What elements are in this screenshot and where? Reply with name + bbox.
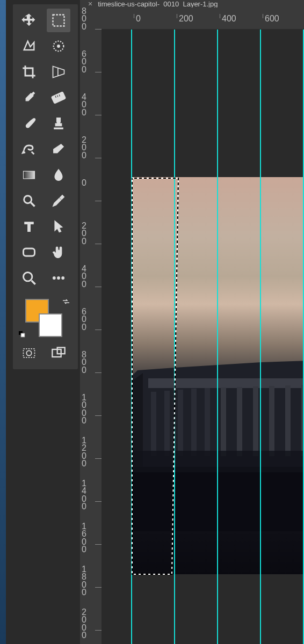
perspective-crop-tool[interactable] bbox=[47, 60, 70, 84]
ruler-icon bbox=[51, 90, 66, 105]
move-tool[interactable] bbox=[17, 9, 41, 32]
shape-tool[interactable] bbox=[17, 240, 41, 264]
svg-point-15 bbox=[61, 277, 64, 280]
heal-tool[interactable] bbox=[17, 137, 41, 161]
zoom-icon bbox=[21, 270, 37, 286]
svg-point-8 bbox=[24, 196, 32, 203]
ruler-tick: 1800 bbox=[82, 566, 98, 597]
more-tool[interactable] bbox=[47, 266, 70, 290]
guide-line[interactable] bbox=[131, 30, 132, 644]
guide-line[interactable] bbox=[174, 30, 175, 644]
text-tool[interactable] bbox=[17, 215, 41, 238]
svg-rect-36 bbox=[132, 467, 304, 531]
ruler-tick: 600 bbox=[82, 50, 98, 74]
quickmask-tool[interactable] bbox=[17, 341, 41, 365]
canvas-area: × timeslice-us-capitol-_0010_Layer-1.jpg… bbox=[80, 0, 304, 644]
brush-tool[interactable] bbox=[17, 112, 41, 135]
tab-bar: × timeslice-us-capitol-_0010_Layer-1.jpg bbox=[80, 0, 304, 8]
magic-select-tool[interactable] bbox=[47, 34, 70, 58]
magnify-tool[interactable] bbox=[17, 189, 41, 213]
ruler-tick: 800 bbox=[82, 8, 98, 31]
swap-colors-icon[interactable] bbox=[62, 297, 70, 306]
vertical-ruler[interactable]: 8006004002000200400600800100012001400160… bbox=[80, 8, 102, 644]
svg-point-11 bbox=[24, 273, 32, 281]
ruler-tool[interactable] bbox=[47, 86, 70, 109]
rect-select-tool[interactable] bbox=[47, 9, 70, 32]
eyedropper-icon bbox=[21, 90, 37, 105]
gradient-tool[interactable] bbox=[17, 163, 41, 187]
pen-icon bbox=[51, 193, 66, 208]
heal-icon bbox=[21, 142, 37, 157]
more-icon bbox=[51, 270, 66, 286]
svg-point-2 bbox=[57, 45, 60, 48]
tab-close-icon[interactable]: × bbox=[88, 0, 92, 8]
eyedropper-tool[interactable] bbox=[17, 86, 41, 109]
svg-rect-33 bbox=[269, 386, 274, 456]
lasso-icon bbox=[21, 39, 37, 54]
svg-line-12 bbox=[32, 281, 35, 284]
svg-rect-0 bbox=[53, 15, 64, 26]
lasso-tool[interactable] bbox=[17, 34, 41, 58]
svg-rect-10 bbox=[24, 248, 35, 256]
rect-select-icon bbox=[51, 13, 66, 28]
building-illustration bbox=[132, 317, 304, 531]
perspective-icon bbox=[51, 64, 66, 79]
screen-mode-tool[interactable] bbox=[47, 341, 70, 365]
color-swatches bbox=[17, 296, 74, 339]
desktop-background bbox=[0, 0, 6, 644]
horizontal-ruler[interactable]: 0 200 400 600 800 bbox=[102, 8, 304, 29]
blur-icon bbox=[51, 167, 66, 182]
ruler-tick: 200 bbox=[82, 222, 98, 245]
ruler-tick: 1600 bbox=[82, 523, 98, 554]
ruler-tick: 400 bbox=[220, 14, 236, 18]
hand-icon bbox=[51, 245, 66, 260]
pointer-icon bbox=[51, 219, 66, 234]
canvas[interactable] bbox=[102, 30, 304, 644]
svg-rect-3 bbox=[51, 92, 66, 104]
svg-rect-28 bbox=[191, 389, 197, 456]
quickmask-icon bbox=[21, 346, 37, 361]
svg-rect-26 bbox=[164, 391, 170, 456]
stamp-tool[interactable] bbox=[47, 112, 70, 135]
brush-icon bbox=[21, 116, 37, 131]
guide-line[interactable] bbox=[260, 30, 261, 644]
document-tab[interactable]: timeslice-us-capitol-_0010_Layer-1.jpg bbox=[98, 0, 218, 8]
stamp-icon bbox=[51, 116, 66, 131]
hand-tool[interactable] bbox=[47, 240, 70, 264]
magnify-icon bbox=[21, 193, 37, 208]
ruler-tick: 400 bbox=[82, 265, 98, 288]
gradient-icon bbox=[21, 167, 37, 182]
crop-icon bbox=[21, 64, 37, 79]
image-layer bbox=[132, 177, 304, 574]
svg-point-14 bbox=[57, 277, 60, 280]
toolbar bbox=[13, 4, 78, 369]
svg-rect-32 bbox=[253, 386, 258, 456]
pen-tool[interactable] bbox=[47, 189, 70, 213]
ruler-tick: 600 bbox=[82, 308, 98, 331]
ruler-tick: 600 bbox=[263, 14, 279, 18]
move-icon bbox=[21, 13, 37, 28]
ruler-tick: 0 bbox=[134, 14, 141, 18]
svg-line-9 bbox=[31, 203, 35, 207]
svg-rect-27 bbox=[178, 390, 183, 456]
eraser-tool[interactable] bbox=[47, 137, 70, 161]
svg-rect-34 bbox=[285, 385, 291, 456]
svg-rect-30 bbox=[221, 387, 226, 456]
svg-point-19 bbox=[26, 350, 31, 355]
background-color[interactable] bbox=[39, 313, 62, 337]
zoom-tool[interactable] bbox=[17, 266, 41, 290]
svg-rect-7 bbox=[24, 171, 35, 179]
ruler-tick: 2000 bbox=[82, 609, 98, 640]
blur-tool[interactable] bbox=[47, 163, 70, 187]
svg-rect-18 bbox=[24, 349, 35, 357]
ruler-tick: 800 bbox=[82, 351, 98, 374]
svg-rect-24 bbox=[148, 378, 304, 388]
guide-line[interactable] bbox=[217, 30, 218, 644]
crop-tool[interactable] bbox=[17, 60, 41, 84]
svg-point-13 bbox=[53, 277, 55, 280]
pointer-tool[interactable] bbox=[47, 215, 70, 238]
reset-colors-icon[interactable] bbox=[18, 331, 26, 338]
screen-mode-icon bbox=[51, 346, 66, 361]
ruler-tick: 200 bbox=[177, 14, 193, 18]
eraser-icon bbox=[51, 142, 66, 157]
